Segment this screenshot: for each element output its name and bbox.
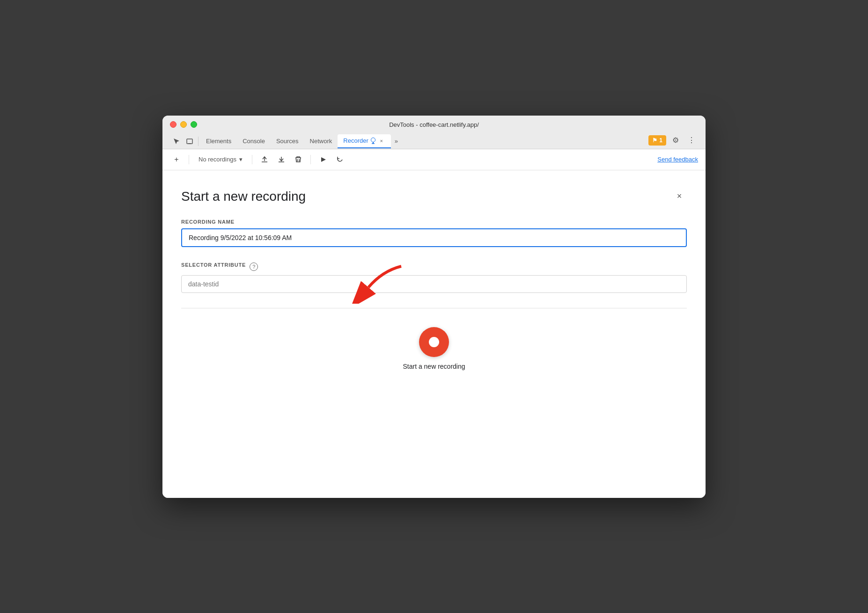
close-dialog-btn[interactable]: × (672, 189, 687, 204)
import-btn[interactable] (275, 153, 288, 166)
delete-btn[interactable] (292, 153, 305, 166)
recordings-dropdown[interactable]: No recordings ▾ (195, 154, 246, 165)
replay-icon (336, 156, 344, 163)
send-feedback-link[interactable]: Send feedback (657, 156, 698, 163)
selector-attribute-label: SELECTOR ATTRIBUTE (181, 262, 246, 268)
title-bar: DevTools - coffee-cart.netlify.app/ Elem… (162, 116, 706, 149)
svg-rect-0 (187, 139, 192, 144)
recorder-icon (370, 138, 376, 144)
window-title: DevTools - coffee-cart.netlify.app/ (389, 121, 479, 128)
tab-console[interactable]: Console (237, 135, 271, 147)
record-area: Start a new recording (181, 327, 687, 370)
play-icon (319, 156, 327, 163)
issues-badge-btn[interactable]: ⚑ 1 (648, 135, 666, 146)
tab-sources[interactable]: Sources (271, 135, 304, 147)
trash-icon (294, 156, 302, 163)
chevron-down-icon: ▾ (239, 156, 243, 163)
tab-network[interactable]: Network (304, 135, 338, 147)
selector-attribute-input[interactable] (181, 275, 687, 293)
tab-elements[interactable]: Elements (200, 135, 237, 147)
selector-label-row: SELECTOR ATTRIBUTE ? (181, 262, 687, 271)
cursor-icon-btn[interactable] (170, 135, 183, 148)
traffic-lights (170, 121, 197, 128)
dialog-header: Start a new recording × (181, 189, 687, 204)
import-icon (278, 156, 285, 163)
svg-rect-3 (372, 143, 375, 144)
tab-recorder[interactable]: Recorder × (338, 134, 390, 148)
device-icon-btn[interactable] (183, 135, 196, 148)
close-button[interactable] (170, 121, 177, 128)
minimize-button[interactable] (180, 121, 187, 128)
start-recording-button[interactable] (419, 327, 449, 357)
selector-attribute-field-group: SELECTOR ATTRIBUTE ? (181, 262, 687, 293)
maximize-button[interactable] (191, 121, 197, 128)
start-recording-label: Start a new recording (403, 363, 465, 370)
browser-window: DevTools - coffee-cart.netlify.app/ Elem… (162, 116, 706, 498)
dialog-title: Start a new recording (181, 189, 306, 204)
settings-btn[interactable]: ⚙ (669, 134, 682, 147)
tab-recorder-close[interactable]: × (378, 137, 385, 145)
tabs-row: Elements Console Sources Network Recorde… (170, 132, 698, 149)
record-button-inner (429, 337, 439, 347)
export-icon (261, 156, 268, 163)
more-options-btn[interactable]: ⋮ (685, 134, 698, 147)
more-tabs-btn[interactable]: » (391, 135, 402, 147)
recording-name-field-group: RECORDING NAME (181, 219, 687, 247)
export-btn[interactable] (258, 153, 271, 166)
help-icon[interactable]: ? (250, 263, 258, 271)
svg-rect-2 (373, 142, 374, 143)
replay-btn[interactable] (333, 153, 346, 166)
recording-name-label: RECORDING NAME (181, 219, 687, 225)
add-recording-btn[interactable]: + (170, 153, 183, 166)
recording-name-input[interactable] (181, 228, 687, 247)
toolbar: + No recordings ▾ (162, 149, 706, 170)
tabs-right: ⚑ 1 ⚙ ⋮ (648, 134, 698, 149)
play-btn[interactable] (316, 153, 330, 166)
divider (181, 308, 687, 308)
main-content: Start a new recording × RECORDING NAME S… (162, 170, 706, 498)
